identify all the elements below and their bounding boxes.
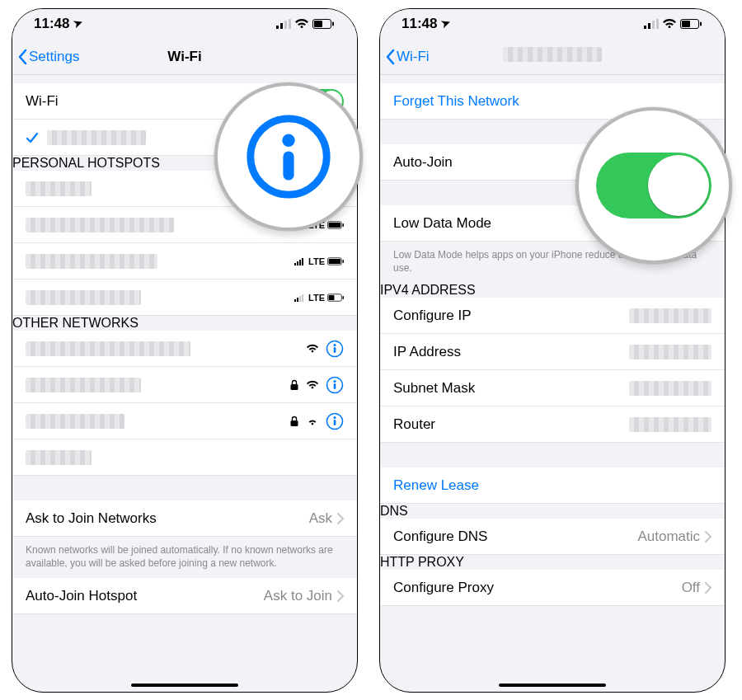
renew-lease-row[interactable]: Renew Lease — [380, 467, 725, 504]
chevron-right-icon — [337, 590, 344, 602]
svg-point-58 — [282, 134, 294, 147]
home-indicator[interactable] — [499, 684, 606, 687]
svg-rect-35 — [302, 294, 303, 302]
info-icon[interactable] — [326, 376, 344, 394]
section-header-other: OTHER NETWORKS — [12, 316, 357, 331]
home-indicator[interactable] — [131, 684, 238, 687]
svg-rect-52 — [652, 21, 655, 29]
nav-bar: Wi-Fi — [380, 39, 725, 75]
wifi-signal-icon — [306, 416, 319, 426]
svg-rect-31 — [342, 260, 344, 263]
hotspot-signal-indicator: LTE — [294, 293, 344, 303]
svg-rect-55 — [682, 21, 690, 27]
wifi-signal-icon — [306, 344, 319, 354]
wifi-signal-icon — [306, 380, 319, 390]
nav-title: Wi-Fi — [12, 49, 357, 65]
svg-rect-42 — [291, 384, 298, 390]
svg-rect-5 — [314, 21, 322, 27]
svg-point-48 — [333, 416, 336, 418]
svg-rect-38 — [342, 296, 344, 299]
nav-bar: Settings Wi-Fi — [12, 39, 357, 75]
svg-rect-45 — [334, 383, 336, 389]
svg-rect-3 — [289, 19, 291, 29]
svg-rect-2 — [284, 21, 287, 29]
redacted-hotspot-name — [26, 290, 141, 305]
redacted-network-name — [26, 341, 190, 356]
lock-icon — [289, 416, 299, 427]
subnet-mask-row: Subnet Mask — [380, 370, 725, 406]
router-row: Router — [380, 406, 725, 443]
svg-rect-46 — [291, 420, 298, 426]
info-icon[interactable] — [326, 340, 344, 358]
hotspot-row[interactable]: LTE — [12, 243, 357, 280]
svg-rect-33 — [297, 298, 298, 302]
svg-point-44 — [333, 379, 336, 382]
cellular-icon — [276, 19, 291, 29]
ask-to-join-row[interactable]: Ask to Join Networks Ask — [12, 500, 357, 537]
battery-icon — [680, 19, 702, 29]
redacted-network-name — [26, 450, 92, 465]
network-row[interactable] — [12, 403, 357, 439]
toggle-on-icon — [596, 153, 711, 218]
lock-icon — [289, 379, 299, 391]
redacted-value — [629, 308, 711, 323]
location-icon: ➤ — [439, 16, 452, 31]
configure-ip-row[interactable]: Configure IP — [380, 298, 725, 334]
battery-icon — [312, 19, 334, 29]
network-row[interactable] — [12, 439, 357, 476]
svg-rect-1 — [280, 23, 283, 29]
status-time: 11:48 ➤ — [34, 16, 82, 32]
svg-rect-32 — [294, 299, 296, 302]
svg-rect-50 — [644, 26, 646, 29]
section-header-http-proxy: HTTP PROXY — [380, 555, 725, 570]
redacted-value — [629, 381, 711, 396]
ip-address-row: IP Address — [380, 334, 725, 370]
svg-rect-41 — [334, 347, 336, 353]
chevron-right-icon — [337, 513, 344, 524]
info-icon[interactable] — [326, 412, 344, 430]
svg-rect-28 — [302, 258, 303, 265]
info-icon — [243, 111, 334, 202]
ask-to-join-footer: Known networks will be joined automatica… — [12, 537, 357, 578]
svg-rect-30 — [329, 258, 341, 263]
svg-rect-27 — [299, 260, 301, 265]
redacted-network-name — [47, 130, 146, 145]
svg-rect-26 — [297, 261, 298, 265]
redacted-hotspot-name — [26, 218, 174, 233]
svg-rect-0 — [276, 26, 279, 29]
svg-rect-24 — [342, 223, 344, 227]
checkmark-icon — [26, 131, 39, 144]
svg-rect-56 — [700, 22, 702, 26]
status-time: 11:48 ➤ — [402, 16, 450, 32]
status-bar: 11:48 ➤ — [380, 9, 725, 39]
redacted-hotspot-name — [26, 254, 157, 269]
svg-rect-6 — [332, 22, 334, 26]
annotation-highlight-info-icon — [214, 82, 363, 231]
configure-dns-row[interactable]: Configure DNS Automatic — [380, 519, 725, 555]
svg-rect-25 — [294, 263, 296, 265]
configure-proxy-row[interactable]: Configure Proxy Off — [380, 570, 725, 606]
svg-rect-34 — [299, 296, 301, 302]
svg-point-40 — [333, 343, 336, 345]
cellular-icon — [644, 19, 659, 29]
svg-rect-49 — [334, 420, 336, 425]
network-row[interactable] — [12, 367, 357, 403]
wifi-icon — [662, 19, 677, 29]
location-icon: ➤ — [72, 16, 84, 31]
auto-join-hotspot-row[interactable]: Auto-Join Hotspot Ask to Join — [12, 578, 357, 614]
status-bar: 11:48 ➤ — [12, 9, 357, 39]
annotation-highlight-toggle — [575, 107, 732, 264]
hotspot-row[interactable]: LTE — [12, 280, 357, 316]
svg-rect-51 — [648, 23, 650, 29]
redacted-value — [629, 345, 711, 359]
section-header-ipv4: IPV4 ADDRESS — [380, 283, 725, 298]
svg-rect-23 — [329, 222, 341, 227]
svg-rect-37 — [329, 294, 335, 299]
wifi-icon — [294, 19, 309, 29]
network-row[interactable] — [12, 331, 357, 367]
redacted-hotspot-name — [26, 181, 92, 196]
svg-rect-53 — [656, 19, 659, 29]
nav-title — [380, 47, 725, 66]
redacted-network-name — [26, 414, 124, 429]
svg-rect-59 — [283, 151, 294, 180]
